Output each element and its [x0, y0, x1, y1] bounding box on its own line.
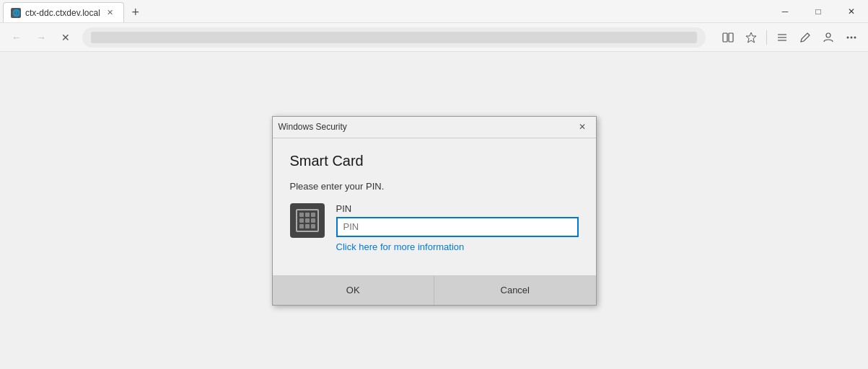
dialog-content-row: PIN Click here for more information: [290, 203, 579, 252]
dialog-body: Smart Card Please enter your PIN.: [273, 138, 596, 275]
reload-close-button[interactable]: ✕: [55, 27, 76, 48]
pencil-icon: [799, 32, 811, 43]
web-notes-button[interactable]: [794, 27, 816, 48]
address-text: [91, 32, 697, 43]
dialog-overlay: Windows Security ✕ Smart Card Please ent…: [0, 52, 868, 369]
nav-bar: ← → ✕: [0, 23, 868, 52]
address-bar[interactable]: [82, 27, 706, 48]
sc-cell: [299, 224, 304, 228]
new-tab-button[interactable]: +: [126, 2, 146, 22]
reader-view-button[interactable]: [717, 27, 739, 48]
minimize-button[interactable]: ─: [768, 0, 802, 23]
nav-divider: [766, 30, 767, 45]
svg-point-6: [826, 33, 830, 37]
tab-label: ctx-ddc.ctxdev.local: [25, 8, 100, 18]
title-bar: 🌐 ctx-ddc.ctxdev.local ✕ + ─ □ ✕: [0, 0, 868, 23]
more-icon: [846, 32, 857, 43]
dialog-heading: Smart Card: [290, 153, 579, 169]
settings-more-button[interactable]: [841, 27, 862, 48]
ok-button[interactable]: OK: [273, 276, 434, 305]
sc-cell: [299, 213, 304, 217]
svg-point-9: [854, 36, 856, 38]
dialog-titlebar: Windows Security ✕: [273, 117, 596, 138]
windows-security-dialog: Windows Security ✕ Smart Card Please ent…: [272, 116, 597, 306]
close-button[interactable]: ✕: [835, 0, 868, 23]
sc-cell: [299, 218, 304, 223]
browser-tab[interactable]: 🌐 ctx-ddc.ctxdev.local ✕: [3, 2, 124, 22]
more-info-link[interactable]: Click here for more information: [336, 241, 579, 252]
sc-cell: [305, 224, 310, 228]
svg-point-7: [847, 36, 849, 38]
tab-favicon: 🌐: [11, 8, 21, 18]
star-icon: [745, 32, 757, 43]
dialog-title-text: Windows Security: [279, 122, 574, 132]
window-controls: ─ □ ✕: [768, 0, 868, 23]
smart-card-inner: [296, 209, 319, 232]
sc-cell: [311, 218, 315, 223]
reader-icon: [722, 32, 734, 43]
sc-cell: [305, 213, 310, 217]
sc-cell: [311, 224, 315, 228]
dialog-close-button[interactable]: ✕: [574, 119, 590, 135]
dialog-subtitle: Please enter your PIN.: [290, 181, 579, 192]
tab-close-button[interactable]: ✕: [105, 7, 116, 19]
favorites-button[interactable]: [740, 27, 762, 48]
sc-cell: [311, 213, 315, 217]
svg-marker-2: [746, 32, 756, 43]
back-button[interactable]: ←: [6, 27, 27, 48]
tab-area: 🌐 ctx-ddc.ctxdev.local ✕ +: [0, 0, 146, 22]
smart-card-icon: [290, 203, 325, 238]
pin-label: PIN: [336, 203, 579, 214]
dialog-buttons: OK Cancel: [273, 275, 596, 305]
sc-cell: [305, 218, 310, 223]
pin-section: PIN Click here for more information: [336, 203, 579, 252]
content-area: Windows Security ✕ Smart Card Please ent…: [0, 52, 868, 369]
pin-input[interactable]: [336, 217, 579, 237]
svg-rect-1: [729, 33, 733, 42]
profile-button[interactable]: [817, 27, 839, 48]
svg-point-8: [851, 36, 853, 38]
svg-rect-0: [723, 33, 727, 42]
forward-button[interactable]: →: [30, 27, 52, 48]
nav-right-icons: [717, 27, 862, 48]
hub-button[interactable]: [771, 27, 793, 48]
person-icon: [823, 32, 834, 43]
hub-icon: [776, 32, 788, 43]
maximize-button[interactable]: □: [802, 0, 835, 23]
cancel-button[interactable]: Cancel: [434, 276, 596, 305]
